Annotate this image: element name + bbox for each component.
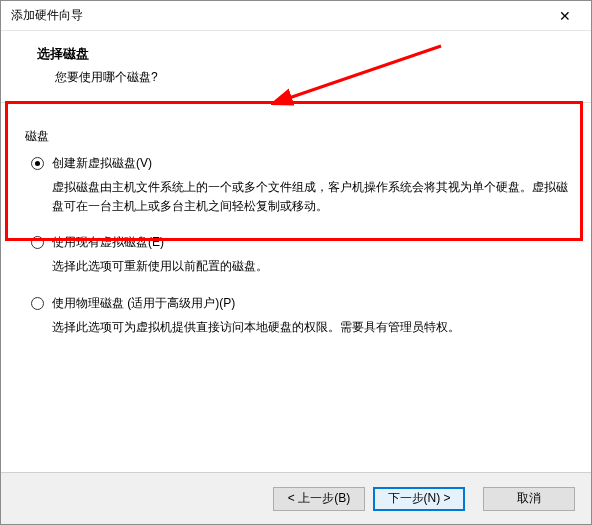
wizard-body: 磁盘 创建新虚拟磁盘(V) 虚拟磁盘由主机文件系统上的一个或多个文件组成，客户机… (1, 104, 591, 363)
option-row: 创建新虚拟磁盘(V) (31, 155, 569, 172)
option-label: 创建新虚拟磁盘(V) (52, 155, 152, 172)
option-row: 使用现有虚拟磁盘(E) (31, 234, 569, 251)
next-button[interactable]: 下一步(N) > (373, 487, 465, 511)
radio-use-physical-disk[interactable] (31, 297, 44, 310)
wizard-header: 选择磁盘 您要使用哪个磁盘? (1, 31, 591, 96)
option-label: 使用现有虚拟磁盘(E) (52, 234, 164, 251)
option-label: 使用物理磁盘 (适用于高级用户)(P) (52, 295, 235, 312)
close-icon: ✕ (559, 8, 571, 24)
group-label-disk: 磁盘 (25, 128, 569, 145)
option-row: 使用物理磁盘 (适用于高级用户)(P) (31, 295, 569, 312)
window-title: 添加硬件向导 (11, 7, 545, 24)
option-use-physical-disk[interactable]: 使用物理磁盘 (适用于高级用户)(P) 选择此选项可为虚拟机提供直接访问本地硬盘… (31, 295, 569, 337)
page-title: 选择磁盘 (37, 45, 561, 63)
wizard-footer: < 上一步(B) 下一步(N) > 取消 (1, 472, 591, 524)
titlebar: 添加硬件向导 ✕ (1, 1, 591, 31)
close-button[interactable]: ✕ (545, 2, 585, 30)
cancel-button[interactable]: 取消 (483, 487, 575, 511)
page-subtitle: 您要使用哪个磁盘? (55, 69, 561, 86)
option-description: 虚拟磁盘由主机文件系统上的一个或多个文件组成，客户机操作系统会将其视为单个硬盘。… (52, 178, 569, 216)
option-use-existing-disk[interactable]: 使用现有虚拟磁盘(E) 选择此选项可重新使用以前配置的磁盘。 (31, 234, 569, 276)
option-create-new-disk[interactable]: 创建新虚拟磁盘(V) 虚拟磁盘由主机文件系统上的一个或多个文件组成，客户机操作系… (31, 155, 569, 216)
back-button[interactable]: < 上一步(B) (273, 487, 365, 511)
radio-use-existing-disk[interactable] (31, 236, 44, 249)
option-description: 选择此选项可重新使用以前配置的磁盘。 (52, 257, 569, 276)
radio-create-new-disk[interactable] (31, 157, 44, 170)
option-description: 选择此选项可为虚拟机提供直接访问本地硬盘的权限。需要具有管理员特权。 (52, 318, 569, 337)
wizard-window: 添加硬件向导 ✕ 选择磁盘 您要使用哪个磁盘? 磁盘 创建新虚拟磁盘(V) 虚拟… (0, 0, 592, 525)
